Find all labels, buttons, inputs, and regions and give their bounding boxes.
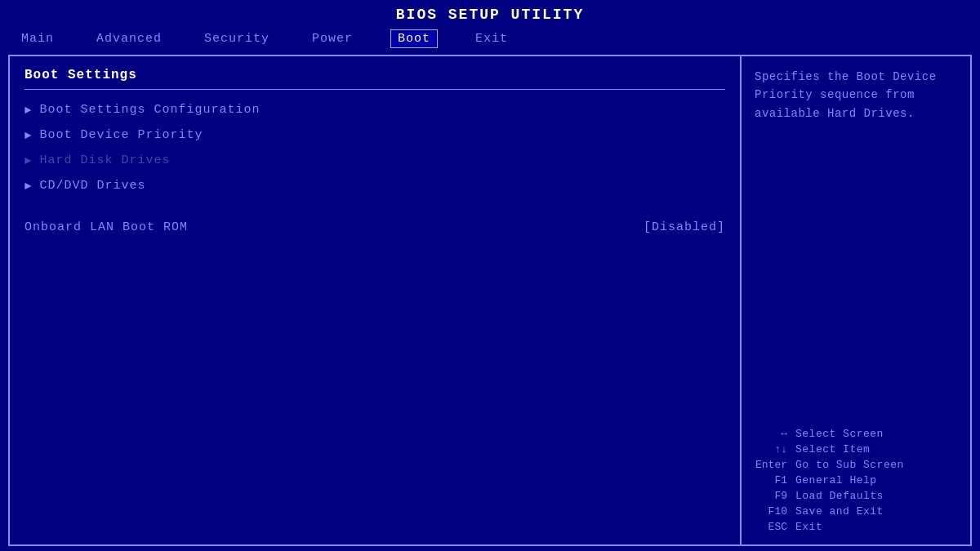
key-symbol-enter: Enter [755, 459, 787, 471]
onboard-lan-value: [Disabled] [644, 220, 725, 234]
key-desc-select-item: Select Item [795, 443, 870, 455]
key-symbol-f10: F10 [755, 505, 787, 518]
menu-item-advanced[interactable]: Advanced [91, 30, 167, 47]
key-desc-select-screen: Select Screen [795, 428, 884, 440]
menu-entry-boot-device-priority[interactable]: ► Boot Device Priority [24, 128, 725, 142]
menu-entry-hard-disk-drives[interactable]: ► Hard Disk Drives [24, 153, 725, 167]
onboard-lan-setting-row[interactable]: Onboard LAN Boot ROM [Disabled] [24, 220, 725, 234]
menu-item-boot[interactable]: Boot [390, 29, 438, 48]
entry-label-hard-disk-drives: Hard Disk Drives [39, 153, 170, 167]
section-title: Boot Settings [24, 68, 725, 82]
key-symbol-f1: F1 [755, 474, 787, 487]
key-symbol-f9: F9 [755, 490, 787, 502]
key-desc-f10: Save and Exit [795, 505, 884, 518]
key-row-f10: F10 Save and Exit [755, 505, 957, 518]
bios-title: BIOS SETUP UTILITY [396, 7, 584, 23]
left-panel: Boot Settings ► Boot Settings Configurat… [10, 56, 742, 544]
key-row-select-screen: ↔ Select Screen [755, 428, 957, 440]
key-row-select-item: ↑↓ Select Item [755, 443, 957, 455]
menu-item-exit[interactable]: Exit [470, 30, 513, 47]
content-area: Boot Settings ► Boot Settings Configurat… [8, 55, 972, 546]
key-row-f1: F1 General Help [755, 474, 957, 487]
arrow-icon-cd-dvd-drives: ► [24, 180, 31, 193]
key-row-enter: Enter Go to Sub Screen [755, 459, 957, 471]
section-divider [24, 89, 725, 90]
arrow-icon-boot-settings-config: ► [24, 104, 31, 117]
entry-label-cd-dvd-drives: CD/DVD Drives [39, 179, 145, 193]
menu-bar: MainAdvancedSecurityPowerBootExit [0, 26, 980, 51]
key-desc-f9: Load Defaults [795, 490, 884, 502]
key-desc-f1: General Help [795, 474, 877, 487]
key-symbol-updown: ↑↓ [755, 443, 787, 455]
onboard-lan-label: Onboard LAN Boot ROM [24, 220, 595, 234]
key-symbol-arrows: ↔ [755, 428, 787, 440]
entry-label-boot-device-priority: Boot Device Priority [39, 128, 203, 142]
menu-entry-boot-settings-config[interactable]: ► Boot Settings Configuration [24, 103, 725, 117]
help-text: Specifies the Boot Device Priority seque… [755, 68, 957, 122]
key-row-esc: ESC Exit [755, 521, 957, 533]
key-row-f9: F9 Load Defaults [755, 490, 957, 502]
entry-label-boot-settings-config: Boot Settings Configuration [39, 103, 260, 117]
bios-screen: BIOS SETUP UTILITY MainAdvancedSecurityP… [0, 0, 980, 551]
arrow-icon-hard-disk-drives: ► [24, 154, 31, 167]
menu-entry-cd-dvd-drives[interactable]: ► CD/DVD Drives [24, 179, 725, 193]
menu-item-power[interactable]: Power [307, 30, 358, 47]
arrow-icon-boot-device-priority: ► [24, 129, 31, 142]
key-desc-enter: Go to Sub Screen [795, 459, 904, 471]
menu-item-main[interactable]: Main [16, 30, 59, 47]
key-symbol-esc: ESC [755, 521, 787, 533]
key-desc-esc: Exit [795, 521, 822, 533]
right-panel: Specifies the Boot Device Priority seque… [742, 56, 970, 544]
key-help-section: ↔ Select Screen ↑↓ Select Item Enter Go … [755, 428, 957, 533]
menu-item-security[interactable]: Security [199, 30, 274, 47]
title-bar: BIOS SETUP UTILITY [0, 0, 980, 26]
